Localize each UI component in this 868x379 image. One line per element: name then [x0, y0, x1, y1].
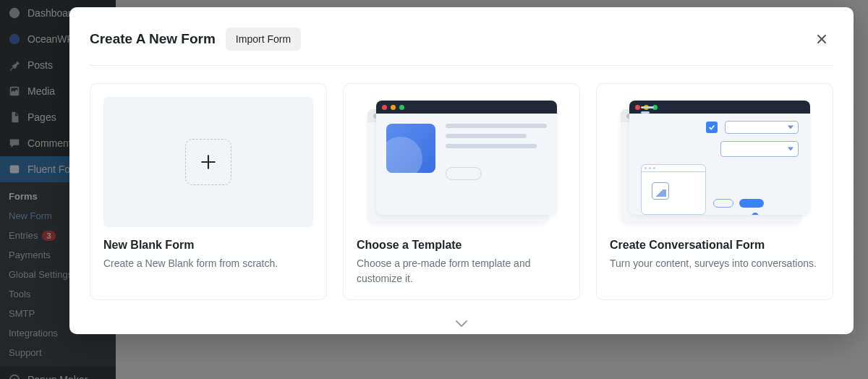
card-title: New Blank Form	[103, 239, 313, 252]
form-type-cards: New Blank Form Create a New Blank form f…	[90, 83, 833, 300]
card-choose-template[interactable]: Choose a Template Choose a pre-made form…	[343, 83, 580, 300]
card-desc: Turn your content, surveys into conversa…	[610, 256, 820, 271]
card-blank-form[interactable]: New Blank Form Create a New Blank form f…	[90, 83, 327, 300]
modal-header: Create A New Form Import Form	[90, 27, 833, 66]
modal-title: Create A New Form	[90, 31, 216, 47]
plus-icon	[199, 153, 218, 171]
chevron-down-icon	[453, 315, 470, 332]
card-conversational-form[interactable]: Create Conversational Form Turn your con…	[596, 83, 833, 300]
close-icon	[816, 33, 827, 45]
card-title: Choose a Template	[357, 239, 566, 252]
close-button[interactable]	[810, 27, 833, 51]
card-title: Create Conversational Form	[610, 239, 820, 252]
card-desc: Choose a pre-made form template and cust…	[357, 256, 566, 286]
blank-illustration	[103, 97, 313, 227]
template-illustration	[357, 97, 566, 227]
import-form-button[interactable]: Import Form	[226, 27, 301, 51]
card-desc: Create a New Blank form from scratch.	[103, 256, 313, 271]
conversational-illustration	[610, 97, 820, 227]
create-form-modal: Create A New Form Import Form New Blank …	[69, 7, 854, 334]
expand-button[interactable]	[90, 315, 833, 332]
